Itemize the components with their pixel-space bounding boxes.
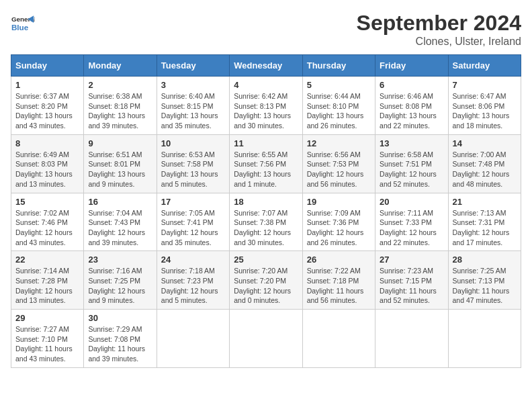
calendar-cell: 2 Sunrise: 6:38 AM Sunset: 8:18 PM Dayli… [84, 77, 157, 135]
day-number: 16 [88, 197, 152, 207]
day-number: 14 [453, 138, 517, 148]
calendar-day-header: Friday [375, 55, 448, 77]
day-info: Sunrise: 6:58 AM Sunset: 7:51 PM Dayligh… [380, 150, 443, 189]
calendar-week-row: 8 Sunrise: 6:49 AM Sunset: 8:03 PM Dayli… [11, 134, 521, 193]
day-info: Sunrise: 7:29 AM Sunset: 7:08 PM Dayligh… [88, 324, 152, 364]
day-info: Sunrise: 7:18 AM Sunset: 7:23 PM Dayligh… [161, 266, 225, 306]
day-number: 28 [453, 255, 517, 265]
calendar-day-header: Saturday [448, 55, 521, 77]
calendar-week-row: 15 Sunrise: 7:02 AM Sunset: 7:46 PM Dayl… [11, 193, 521, 251]
day-info: Sunrise: 7:02 AM Sunset: 7:46 PM Dayligh… [15, 208, 79, 248]
day-info: Sunrise: 7:00 AM Sunset: 7:48 PM Dayligh… [453, 150, 517, 189]
calendar-cell: 1 Sunrise: 6:37 AM Sunset: 8:20 PM Dayli… [11, 77, 84, 135]
day-number: 13 [380, 138, 443, 148]
day-number: 18 [234, 197, 298, 207]
calendar-cell: 7 Sunrise: 6:47 AM Sunset: 8:06 PM Dayli… [448, 77, 521, 135]
day-number: 7 [453, 80, 517, 90]
calendar-cell: 12 Sunrise: 6:56 AM Sunset: 7:53 PM Dayl… [302, 134, 375, 193]
day-number: 25 [234, 255, 298, 265]
title-block: September 2024 Clones, Ulster, Ireland [357, 11, 521, 48]
day-info: Sunrise: 7:07 AM Sunset: 7:38 PM Dayligh… [234, 208, 298, 248]
calendar-cell: 16 Sunrise: 7:04 AM Sunset: 7:43 PM Dayl… [84, 193, 157, 251]
day-info: Sunrise: 7:05 AM Sunset: 7:41 PM Dayligh… [161, 208, 225, 248]
calendar-cell: 22 Sunrise: 7:14 AM Sunset: 7:28 PM Dayl… [11, 251, 84, 310]
calendar-cell: 8 Sunrise: 6:49 AM Sunset: 8:03 PM Dayli… [11, 134, 84, 193]
calendar-cell [448, 310, 521, 368]
calendar-cell: 20 Sunrise: 7:11 AM Sunset: 7:33 PM Dayl… [375, 193, 448, 251]
page-header: General Blue September 2024 Clones, Ulst… [11, 11, 521, 48]
calendar-cell: 30 Sunrise: 7:29 AM Sunset: 7:08 PM Dayl… [84, 310, 157, 368]
day-number: 9 [88, 138, 152, 148]
calendar-header-row: SundayMondayTuesdayWednesdayThursdayFrid… [11, 55, 521, 77]
day-number: 26 [307, 255, 371, 265]
calendar-cell: 25 Sunrise: 7:20 AM Sunset: 7:20 PM Dayl… [230, 251, 302, 310]
day-number: 17 [161, 197, 225, 207]
day-number: 19 [307, 197, 371, 207]
day-number: 3 [161, 80, 225, 90]
day-info: Sunrise: 6:38 AM Sunset: 8:18 PM Dayligh… [88, 91, 152, 131]
calendar-cell: 4 Sunrise: 6:42 AM Sunset: 8:13 PM Dayli… [230, 77, 302, 135]
calendar-cell: 15 Sunrise: 7:02 AM Sunset: 7:46 PM Dayl… [11, 193, 84, 251]
day-info: Sunrise: 7:22 AM Sunset: 7:18 PM Dayligh… [307, 266, 371, 306]
calendar-week-row: 29 Sunrise: 7:27 AM Sunset: 7:10 PM Dayl… [11, 310, 521, 368]
day-info: Sunrise: 7:09 AM Sunset: 7:36 PM Dayligh… [307, 208, 371, 248]
calendar-cell: 6 Sunrise: 6:46 AM Sunset: 8:08 PM Dayli… [375, 77, 448, 135]
calendar-cell: 18 Sunrise: 7:07 AM Sunset: 7:38 PM Dayl… [230, 193, 302, 251]
day-info: Sunrise: 6:47 AM Sunset: 8:06 PM Dayligh… [453, 91, 517, 131]
day-info: Sunrise: 7:04 AM Sunset: 7:43 PM Dayligh… [88, 208, 152, 248]
day-number: 24 [161, 255, 225, 265]
calendar-cell: 13 Sunrise: 6:58 AM Sunset: 7:51 PM Dayl… [375, 134, 448, 193]
calendar-week-row: 22 Sunrise: 7:14 AM Sunset: 7:28 PM Dayl… [11, 251, 521, 310]
calendar-cell [157, 310, 229, 368]
day-info: Sunrise: 6:44 AM Sunset: 8:10 PM Dayligh… [307, 91, 371, 131]
day-number: 22 [15, 255, 79, 265]
calendar-day-header: Sunday [11, 55, 84, 77]
day-info: Sunrise: 6:46 AM Sunset: 8:08 PM Dayligh… [380, 91, 443, 131]
calendar-cell: 21 Sunrise: 7:13 AM Sunset: 7:31 PM Dayl… [448, 193, 521, 251]
calendar-cell [375, 310, 448, 368]
calendar-day-header: Monday [84, 55, 157, 77]
logo: General Blue [11, 11, 38, 35]
page-title: September 2024 [357, 11, 521, 36]
calendar-cell: 14 Sunrise: 7:00 AM Sunset: 7:48 PM Dayl… [448, 134, 521, 193]
day-info: Sunrise: 7:25 AM Sunset: 7:13 PM Dayligh… [453, 266, 517, 306]
day-info: Sunrise: 6:42 AM Sunset: 8:13 PM Dayligh… [234, 91, 298, 131]
day-number: 27 [380, 255, 443, 265]
calendar-week-row: 1 Sunrise: 6:37 AM Sunset: 8:20 PM Dayli… [11, 77, 521, 135]
calendar-cell: 10 Sunrise: 6:53 AM Sunset: 7:58 PM Dayl… [157, 134, 229, 193]
calendar-cell: 24 Sunrise: 7:18 AM Sunset: 7:23 PM Dayl… [157, 251, 229, 310]
day-info: Sunrise: 6:55 AM Sunset: 7:56 PM Dayligh… [234, 150, 298, 189]
day-info: Sunrise: 6:37 AM Sunset: 8:20 PM Dayligh… [15, 91, 79, 131]
calendar-cell: 27 Sunrise: 7:23 AM Sunset: 7:15 PM Dayl… [375, 251, 448, 310]
day-number: 15 [15, 197, 79, 207]
day-number: 11 [234, 138, 298, 148]
day-number: 23 [88, 255, 152, 265]
day-info: Sunrise: 6:40 AM Sunset: 8:15 PM Dayligh… [161, 91, 225, 131]
calendar-cell [302, 310, 375, 368]
calendar-day-header: Tuesday [157, 55, 229, 77]
logo-icon: General Blue [11, 11, 35, 35]
day-info: Sunrise: 6:53 AM Sunset: 7:58 PM Dayligh… [161, 150, 225, 189]
day-info: Sunrise: 6:56 AM Sunset: 7:53 PM Dayligh… [307, 150, 371, 189]
calendar-cell [230, 310, 302, 368]
day-number: 12 [307, 138, 371, 148]
day-info: Sunrise: 6:49 AM Sunset: 8:03 PM Dayligh… [15, 150, 79, 189]
day-info: Sunrise: 6:51 AM Sunset: 8:01 PM Dayligh… [88, 150, 152, 189]
calendar-cell: 19 Sunrise: 7:09 AM Sunset: 7:36 PM Dayl… [302, 193, 375, 251]
day-info: Sunrise: 7:20 AM Sunset: 7:20 PM Dayligh… [234, 266, 298, 306]
day-info: Sunrise: 7:11 AM Sunset: 7:33 PM Dayligh… [380, 208, 443, 248]
day-number: 2 [88, 80, 152, 90]
day-info: Sunrise: 7:27 AM Sunset: 7:10 PM Dayligh… [15, 324, 79, 364]
day-info: Sunrise: 7:14 AM Sunset: 7:28 PM Dayligh… [15, 266, 79, 306]
calendar-table: SundayMondayTuesdayWednesdayThursdayFrid… [11, 54, 521, 368]
calendar-cell: 17 Sunrise: 7:05 AM Sunset: 7:41 PM Dayl… [157, 193, 229, 251]
day-number: 20 [380, 197, 443, 207]
calendar-cell: 26 Sunrise: 7:22 AM Sunset: 7:18 PM Dayl… [302, 251, 375, 310]
calendar-cell: 5 Sunrise: 6:44 AM Sunset: 8:10 PM Dayli… [302, 77, 375, 135]
calendar-day-header: Wednesday [230, 55, 302, 77]
svg-text:Blue: Blue [11, 23, 29, 32]
day-info: Sunrise: 7:23 AM Sunset: 7:15 PM Dayligh… [380, 266, 443, 306]
page-subtitle: Clones, Ulster, Ireland [357, 36, 521, 48]
day-number: 5 [307, 80, 371, 90]
day-number: 8 [15, 138, 79, 148]
